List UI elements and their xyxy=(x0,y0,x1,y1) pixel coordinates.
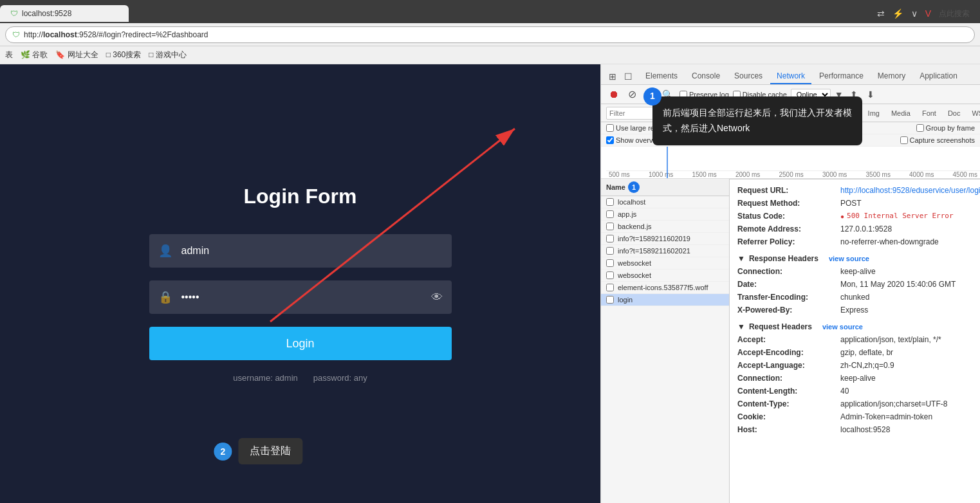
search-hint[interactable]: 点此搜索 xyxy=(939,8,970,19)
password-input[interactable] xyxy=(149,280,452,314)
row-name-woff: element-icons.535877f5.woff xyxy=(618,284,729,291)
row-checkbox[interactable] xyxy=(606,284,614,291)
annotation-badge-1: 1 xyxy=(643,87,661,105)
timeline-500ms: 500 ms xyxy=(609,171,630,178)
login-button[interactable]: Login xyxy=(149,327,452,360)
inspect-icon[interactable]: ⊞ xyxy=(606,69,619,84)
req-content-length-key: Content-Length: xyxy=(737,385,840,397)
mobile-icon[interactable]: ☐ xyxy=(622,69,635,84)
req-host-val: localhost:9528 xyxy=(840,424,890,435)
resp-powered-key: X-Powered-By: xyxy=(737,304,840,316)
lightning-icon[interactable]: ⚡ xyxy=(892,8,903,19)
request-url-key: Request URL: xyxy=(737,185,840,196)
bookmark-360[interactable]: □ 360搜索 xyxy=(106,50,142,60)
network-row-backendjs[interactable]: backend.js xyxy=(601,221,729,233)
row-checkbox[interactable] xyxy=(606,247,614,255)
req-host-key: Host: xyxy=(737,424,840,435)
req-accept-val: application/json, text/plain, */* xyxy=(840,334,941,345)
network-list-panel: Name 1 localhost app.js xyxy=(601,179,730,503)
tab-bar: 🛡 localhost:9528 ⇄ ⚡ ∨ V 点此搜索 xyxy=(0,0,980,23)
browser-top-actions: ⇄ ⚡ ∨ V 点此搜索 xyxy=(877,8,980,19)
network-table[interactable]: localhost app.js backend.js info?t=15892… xyxy=(601,196,729,503)
tab-elements[interactable]: Elements xyxy=(639,69,684,84)
network-row-woff[interactable]: element-icons.535877f5.woff xyxy=(601,282,729,294)
bookmark-google[interactable]: 🌿 谷歌 xyxy=(21,50,48,60)
lock-icon: 🔒 xyxy=(158,290,172,304)
vivaldi-icon: V xyxy=(925,8,931,19)
stop-button[interactable]: ⊘ xyxy=(625,87,639,102)
capture-screenshots-checkbox[interactable] xyxy=(900,136,908,144)
response-view-source[interactable]: view source xyxy=(829,255,869,262)
request-headers-section: ▼ Request Headers view source Accept: ap… xyxy=(737,322,972,435)
req-accept-lang-val: zh-CN,zh;q=0.9 xyxy=(840,360,894,371)
group-by-frame-label[interactable]: Group by frame xyxy=(916,124,975,132)
login-page: Login Form 👤 🔒 👁 Login username: admin p… xyxy=(0,64,600,503)
tab-sources[interactable]: Sources xyxy=(728,69,769,84)
timeline-3500ms: 3500 ms xyxy=(866,171,891,178)
filter-media[interactable]: Media xyxy=(887,108,915,118)
tab-network[interactable]: Network xyxy=(770,69,811,84)
response-headers-label: Response Headers xyxy=(749,254,818,263)
filter-img[interactable]: Img xyxy=(864,108,884,118)
record-button[interactable]: ⏺ xyxy=(606,87,622,102)
row-checkbox[interactable] xyxy=(606,296,614,304)
bookmarks-bar: 表 🌿 谷歌 🔖 网址大全 □ 360搜索 □ 游戏中心 xyxy=(0,46,980,64)
secure-icon: 🛡 xyxy=(12,30,20,39)
req-cookie-key: Cookie: xyxy=(737,411,840,423)
request-headers-label: Request Headers xyxy=(749,322,812,331)
network-row-info1[interactable]: info?t=1589211602019 xyxy=(601,233,729,245)
show-overview-checkbox[interactable] xyxy=(606,136,614,144)
capture-screenshots-text: Capture screenshots xyxy=(910,136,975,144)
devtools-panel: 1 前后端项目全部运行起来后，我们进入开发者模 式，然后进入Network ⊞ … xyxy=(600,64,980,503)
req-content-length-val: 40 xyxy=(840,385,849,397)
network-row-ws1[interactable]: websocket xyxy=(601,257,729,270)
network-row-localhost[interactable]: localhost xyxy=(601,196,729,208)
resp-transfer-val: chunked xyxy=(840,291,869,303)
request-headers-title: ▼ Request Headers view source xyxy=(737,322,972,331)
resp-date-key: Date: xyxy=(737,279,840,290)
bookmark-game[interactable]: □ 游戏中心 xyxy=(149,50,187,60)
bookmark-biao[interactable]: 表 xyxy=(5,50,13,60)
row-checkbox[interactable] xyxy=(606,235,614,242)
row-checkbox[interactable] xyxy=(606,223,614,230)
req-content-type-val: application/json;charset=UTF-8 xyxy=(840,398,947,410)
req-host: Host: localhost:9528 xyxy=(737,424,972,435)
active-tab[interactable]: 🛡 localhost:9528 xyxy=(0,5,129,22)
filter-font[interactable]: Font xyxy=(918,108,941,118)
large-rows-checkbox[interactable] xyxy=(606,124,614,132)
group-by-frame-checkbox[interactable] xyxy=(916,124,924,132)
network-row-info2[interactable]: info?t=1589211602021 xyxy=(601,245,729,257)
network-row-appjs[interactable]: app.js xyxy=(601,208,729,221)
resp-date: Date: Mon, 11 May 2020 15:40:06 GMT xyxy=(737,279,972,290)
request-url-val: http://localhost:9528/eduservice/user/lo… xyxy=(840,185,980,196)
filter-ws[interactable]: WS xyxy=(967,108,980,118)
network-row-ws2[interactable]: websocket xyxy=(601,270,729,282)
eye-icon[interactable]: 👁 xyxy=(431,291,443,304)
download-icon[interactable]: ⬇ xyxy=(864,88,877,101)
share-icon[interactable]: ⇄ xyxy=(877,8,885,19)
username-input[interactable] xyxy=(149,234,452,268)
row-checkbox[interactable] xyxy=(606,210,614,218)
tab-application[interactable]: Application xyxy=(913,69,964,84)
network-list-header: Name 1 xyxy=(601,179,729,196)
tab-performance[interactable]: Performance xyxy=(813,69,870,84)
resp-transfer-key: Transfer-Encoding: xyxy=(737,291,840,303)
capture-screenshots-label[interactable]: Capture screenshots xyxy=(900,136,975,144)
filter-doc[interactable]: Doc xyxy=(943,108,965,118)
status-key: Status Code: xyxy=(737,210,840,222)
response-toggle-icon[interactable]: ▼ xyxy=(737,254,745,263)
bookmark-url-nav[interactable]: 🔖 网址大全 xyxy=(55,50,98,60)
tab-console[interactable]: Console xyxy=(685,69,726,84)
request-toggle-icon[interactable]: ▼ xyxy=(737,322,745,331)
row-checkbox[interactable] xyxy=(606,259,614,267)
row-checkbox[interactable] xyxy=(606,198,614,206)
network-row-login[interactable]: login xyxy=(601,294,729,306)
row-name-info1: info?t=1589211602019 xyxy=(618,235,729,242)
resp-connection-key: Connection: xyxy=(737,266,840,277)
url-bar[interactable]: 🛡 http://localhost:9528/#/login?redirect… xyxy=(5,26,975,43)
row-checkbox[interactable] xyxy=(606,271,614,279)
chevron-icon[interactable]: ∨ xyxy=(911,8,918,19)
resp-transfer: Transfer-Encoding: chunked xyxy=(737,291,972,303)
tab-memory[interactable]: Memory xyxy=(871,69,912,84)
request-view-source[interactable]: view source xyxy=(822,323,863,331)
